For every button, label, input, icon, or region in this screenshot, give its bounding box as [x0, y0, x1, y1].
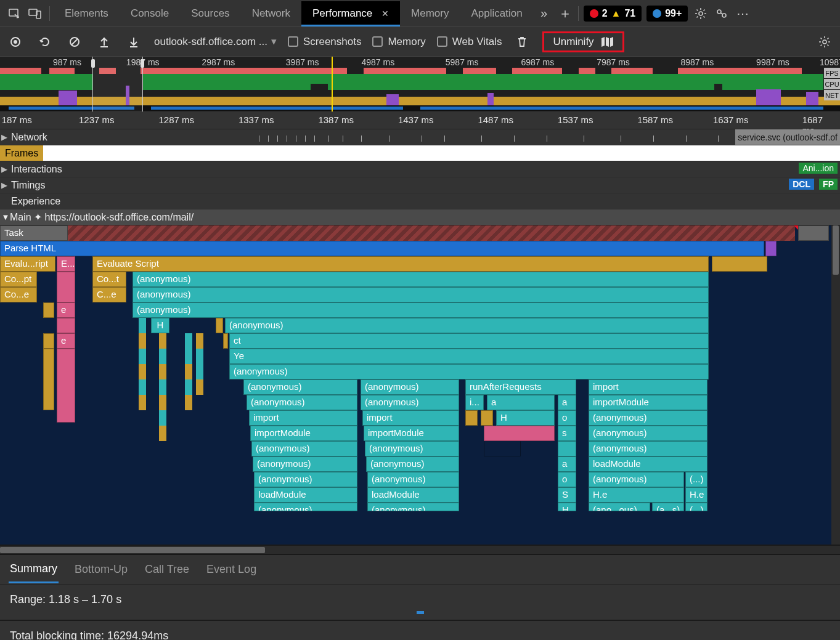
overview-lane-labels: FPS CPU NET: [824, 68, 840, 101]
messages-pill[interactable]: 99+: [646, 6, 688, 22]
warning-count: 71: [624, 8, 635, 19]
device-toggle-icon[interactable]: [25, 3, 46, 24]
selection-handle-left[interactable]: [91, 59, 95, 68]
blocking-time-panel: Total blocking time: 16294.94ms: [0, 620, 840, 640]
expand-icon[interactable]: ▶: [0, 164, 9, 174]
more-menu-icon[interactable]: ⋯: [732, 3, 753, 24]
range-text: Range: 1.18 s – 1.70 s: [10, 593, 830, 606]
svg-rect-0: [9, 9, 18, 16]
devtools-tabbar: Elements Console Sources Network Perform…: [0, 0, 840, 27]
capture-settings-icon[interactable]: [815, 33, 834, 51]
divider: [578, 6, 579, 21]
flame-eval-short[interactable]: Evalu...ript: [0, 256, 55, 272]
warning-icon: ▲: [611, 8, 621, 19]
tracks-area: ▶ Network service.svc (outlook-sdf.of Fr…: [0, 129, 840, 225]
animation-badge[interactable]: Ani...ion: [799, 163, 838, 174]
selection-handle-right[interactable]: [141, 59, 144, 68]
add-tab-icon[interactable]: ＋: [555, 3, 576, 24]
track-timings[interactable]: ▶ Timings DCL FP: [0, 177, 840, 193]
tab-bottom-up[interactable]: Bottom-Up: [73, 557, 129, 582]
svg-point-9: [823, 40, 826, 44]
track-network-label: Network: [9, 132, 47, 143]
track-network[interactable]: ▶ Network service.svc (outlook-sdf.of: [0, 129, 840, 145]
details-tabs: Summary Bottom-Up Call Tree Event Log: [0, 554, 840, 584]
error-dot-icon: [590, 9, 598, 18]
recording-label: outlook-sdf.office.com ...: [154, 36, 267, 48]
flame-chart[interactable]: Task Parse HTML Evalu...ript E... Co...p…: [0, 225, 840, 546]
resize-handle[interactable]: [417, 611, 424, 614]
chevron-down-icon: ▾: [271, 35, 277, 48]
tab-elements[interactable]: Elements: [54, 1, 120, 26]
inspect-icon[interactable]: [4, 3, 25, 24]
flame-parse-html[interactable]: Parse HTML: [0, 241, 764, 256]
network-request-label[interactable]: service.svc (outlook-sdf.of: [735, 129, 840, 145]
network-request-ticks: [259, 136, 723, 142]
cpu-purple: [59, 91, 77, 105]
error-warning-pill[interactable]: 2 ▲ 71: [584, 6, 642, 22]
clear-button[interactable]: [65, 33, 84, 51]
overview-selection[interactable]: [92, 57, 143, 111]
error-count: 2: [602, 8, 608, 19]
overview-timeline[interactable]: 987 ms 1987 ms 2987 ms 3987 ms 4987 ms 5…: [0, 57, 840, 112]
track-frames-label: Frames: [0, 145, 43, 161]
dcl-badge[interactable]: DCL: [789, 179, 814, 190]
tab-network[interactable]: Network: [241, 1, 301, 26]
track-main[interactable]: ▼ Main ✦ https://outlook-sdf.office.com/…: [0, 209, 840, 225]
screenshots-checkbox[interactable]: Screenshots: [288, 36, 362, 48]
track-experience[interactable]: ▶ Experience: [0, 193, 840, 209]
tab-application[interactable]: Application: [460, 1, 533, 26]
delete-button[interactable]: [513, 33, 531, 51]
track-timings-label: Timings: [9, 180, 45, 191]
tab-sources[interactable]: Sources: [180, 1, 240, 26]
tab-call-tree[interactable]: Call Tree: [144, 557, 190, 582]
fp-badge[interactable]: FP: [819, 179, 838, 190]
tab-performance[interactable]: Performance ✕: [301, 1, 400, 26]
overview-playhead[interactable]: [332, 57, 333, 111]
divider: [49, 6, 50, 21]
main-ruler[interactable]: 187 ms 1237 ms 1287 ms 1337 ms 1387 ms 1…: [0, 112, 840, 129]
unminify-button[interactable]: Unminify: [542, 31, 624, 52]
summary-panel: Range: 1.18 s – 1.70 s: [0, 584, 840, 615]
track-main-label: Main ✦ https://outlook-sdf.office.com/ma…: [10, 211, 194, 223]
expand-icon[interactable]: ▶: [0, 180, 9, 190]
recording-dropdown[interactable]: outlook-sdf.office.com ... ▾: [154, 35, 277, 48]
flame-task[interactable]: Task: [0, 225, 68, 241]
tab-event-log[interactable]: Event Log: [205, 557, 258, 582]
download-button[interactable]: [124, 33, 143, 51]
track-interactions[interactable]: ▶ Interactions Ani...ion: [0, 161, 840, 177]
settings-icon[interactable]: [690, 3, 711, 24]
svg-rect-1: [29, 9, 37, 15]
flame-hscroll[interactable]: [0, 546, 840, 554]
tab-memory[interactable]: Memory: [400, 1, 460, 26]
tab-performance-label: Performance: [312, 7, 372, 19]
reload-record-button[interactable]: [36, 33, 54, 51]
memory-label: Memory: [388, 36, 425, 48]
map-icon: [600, 36, 614, 48]
record-button[interactable]: [6, 33, 25, 51]
track-experience-label: Experience: [9, 196, 60, 207]
svg-point-3: [699, 12, 703, 15]
track-frames[interactable]: Frames: [0, 145, 840, 161]
close-icon[interactable]: ✕: [381, 9, 389, 18]
blocking-time-text: Total blocking time: 16294.94ms: [10, 630, 830, 640]
collapse-icon[interactable]: ▼: [1, 213, 10, 222]
memory-checkbox[interactable]: Memory: [372, 36, 425, 48]
tab-summary[interactable]: Summary: [9, 556, 59, 583]
flame-eval-full[interactable]: Evaluate Script: [92, 256, 709, 272]
info-dot-icon: [653, 9, 661, 18]
flame-task-long[interactable]: [68, 225, 795, 241]
unminify-label: Unminify: [553, 36, 593, 48]
upload-button[interactable]: [95, 33, 113, 51]
svg-point-7: [14, 40, 17, 44]
activity-icon[interactable]: [711, 3, 732, 24]
expand-icon[interactable]: ▶: [0, 132, 9, 142]
perf-toolbar: outlook-sdf.office.com ... ▾ Screenshots…: [0, 27, 840, 57]
webvitals-checkbox[interactable]: Web Vitals: [437, 36, 502, 48]
webvitals-label: Web Vitals: [452, 36, 502, 48]
more-tabs-icon[interactable]: »: [534, 3, 555, 24]
hscroll-thumb[interactable]: [0, 547, 265, 553]
messages-count: 99+: [665, 8, 682, 19]
flame-vscroll[interactable]: [831, 225, 840, 545]
screenshots-label: Screenshots: [303, 36, 362, 48]
tab-console[interactable]: Console: [120, 1, 180, 26]
